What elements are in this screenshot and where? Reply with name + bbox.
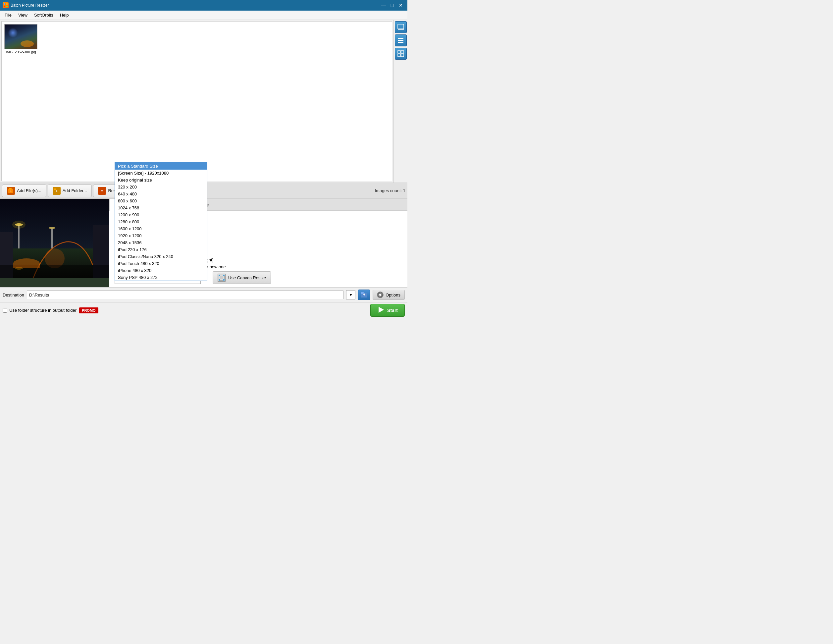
standard-size-dropdown[interactable]: Pick a Standard Size[Screen Size] - 1920… [114,162,207,281]
file-name: IMG_2952-300.jpg [6,50,36,54]
destination-input[interactable] [27,291,344,299]
dropdown-item[interactable]: iPod Classic/Nano 320 x 240 [115,253,207,260]
svg-rect-1 [6,3,8,5]
dropdown-item[interactable]: 2048 x 1536 [115,239,207,246]
dropdown-item[interactable]: iPod Touch 480 x 320 [115,260,207,267]
dropdown-item[interactable]: Pick a Standard Size [115,163,207,170]
destination-dropdown-arrow[interactable]: ▼ [346,290,355,299]
maximize-button[interactable]: □ [388,2,396,9]
app-icon [3,2,9,8]
content-area: IMG_2952-300.jpg [0,20,407,182]
svg-rect-44 [219,279,220,280]
dropdown-item[interactable]: 800 x 600 [115,198,207,204]
svg-rect-4 [398,24,404,29]
browse-button[interactable] [358,290,370,300]
view-large-icon-button[interactable] [395,21,407,33]
dropdown-item[interactable]: 1200 x 900 [115,211,207,218]
dropdown-item[interactable]: [Screen Size] - 1920x1080 [115,170,207,177]
add-folder-label: Add Folder... [63,188,87,193]
gear-icon [377,291,384,298]
remove-icon [98,187,106,195]
menu-file[interactable]: File [1,11,15,19]
svg-rect-43 [223,275,225,276]
svg-point-35 [15,267,23,270]
svg-rect-9 [398,51,400,53]
svg-rect-45 [223,279,225,280]
destination-bar: Destination ▼ Options [0,287,407,302]
dropdown-item[interactable]: 1024 x 768 [115,204,207,211]
view-grid-icon-button[interactable] [395,48,407,60]
title-bar-controls: — □ ✕ [380,2,405,9]
title-bar: Batch Picture Resizer — □ ✕ [0,0,407,11]
dropdown-item[interactable]: 1280 x 800 [115,218,207,225]
close-button[interactable]: ✕ [397,2,405,9]
dropdown-item[interactable]: 320 x 200 [115,184,207,190]
file-list-panel[interactable]: IMG_2952-300.jpg [1,21,392,181]
canvas-icon [218,274,225,282]
add-folder-button[interactable]: + Add Folder... [48,185,92,197]
svg-rect-29 [51,229,53,248]
menu-bar: File View SoftOrbits Help [0,11,407,20]
start-label: Start [387,308,398,313]
svg-rect-41 [220,276,223,279]
svg-rect-0 [4,3,5,5]
dropdown-item[interactable]: iPod 220 x 176 [115,246,207,253]
svg-text:+: + [56,189,58,193]
svg-point-28 [12,221,26,229]
svg-rect-11 [398,54,400,56]
dropdown-item[interactable]: 1600 x 1200 [115,225,207,232]
options-label: Options [386,293,400,298]
add-folder-icon: + [53,187,61,195]
resize-content: New Width Pixel % New Height Pixel % [109,211,407,287]
dropdown-item[interactable]: 1920 x 1200 [115,232,207,239]
add-files-button[interactable]: + Add File(s)... [2,185,47,197]
images-count: Images count: 1 [375,188,406,193]
add-files-label: Add File(s)... [17,188,42,193]
svg-text:+: + [10,189,12,193]
start-icon [377,306,384,314]
app-title: Batch Picture Resizer [11,3,49,8]
folder-structure-checkbox[interactable] [3,308,7,313]
standard-size-container: Pick a Standard Size[Screen Size] - 1920… [114,275,201,284]
svg-marker-52 [379,307,384,313]
svg-rect-12 [401,54,404,56]
destination-label: Destination [3,293,24,298]
canvas-resize-button[interactable]: Use Canvas Resize [213,271,271,284]
svg-rect-26 [18,225,19,248]
title-bar-left: Batch Picture Resizer [3,2,49,8]
svg-rect-34 [0,265,109,278]
options-button[interactable]: Options [373,290,405,300]
svg-rect-49 [364,293,365,296]
folder-structure-row: Use folder structure in output folder [3,308,77,313]
dropdown-item[interactable]: HD TV 1920 x 720 [115,281,207,281]
thumbnail-image [5,24,37,49]
svg-rect-2 [4,6,5,7]
start-button[interactable]: Start [370,304,405,317]
menu-softorbits[interactable]: SoftOrbits [31,11,56,19]
bottom-bar: Use folder structure in output folder PR… [0,302,407,318]
preview-panel [0,199,109,287]
svg-rect-42 [219,275,220,276]
list-item[interactable]: IMG_2952-300.jpg [4,24,37,54]
canvas-resize-label: Use Canvas Resize [228,275,266,280]
promo-badge[interactable]: PROMO [79,308,98,313]
preview-image [0,199,109,278]
edit-area: Resize Convert [0,198,407,287]
svg-point-50 [379,294,381,296]
dropdown-item[interactable]: 640 x 480 [115,190,207,198]
svg-rect-3 [6,6,8,7]
svg-rect-10 [401,51,404,53]
dropdown-item[interactable]: Keep original size [115,177,207,184]
menu-help[interactable]: Help [56,11,72,19]
add-files-icon: + [7,187,15,195]
dropdown-item[interactable]: iPhone 480 x 320 [115,267,207,274]
right-sidebar [394,20,407,182]
folder-structure-label[interactable]: Use folder structure in output folder [9,308,77,313]
view-list-icon-button[interactable] [395,34,407,47]
minimize-button[interactable]: — [380,2,388,9]
svg-rect-47 [361,292,363,294]
menu-view[interactable]: View [15,11,31,19]
dropdown-item[interactable]: Sony PSP 480 x 272 [115,274,207,281]
file-thumbnail [4,24,37,49]
svg-point-30 [49,227,55,229]
